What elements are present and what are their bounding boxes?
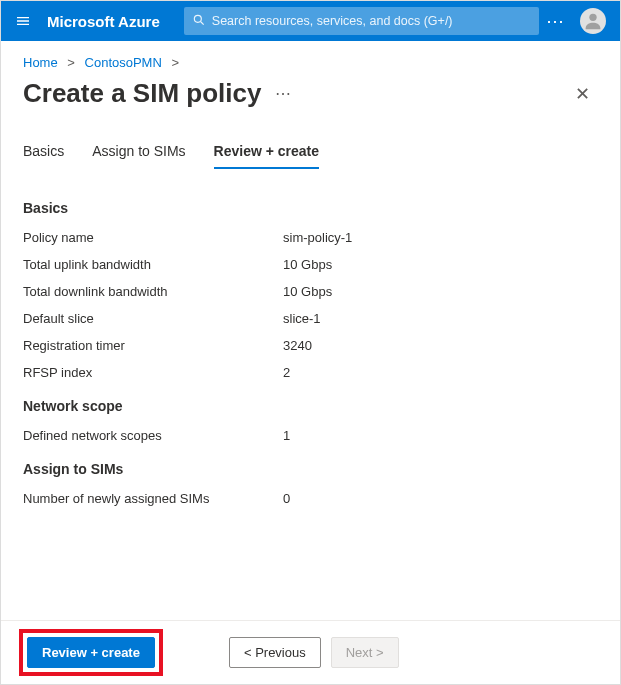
- search-icon: [192, 13, 206, 30]
- section-heading-assign: Assign to SIMs: [23, 461, 598, 477]
- row-scopes: Defined network scopes 1: [23, 428, 598, 443]
- breadcrumb-home[interactable]: Home: [23, 55, 58, 70]
- next-button: Next >: [331, 637, 399, 668]
- breadcrumb: Home > ContosoPMN >: [23, 55, 598, 70]
- hamburger-icon[interactable]: [9, 7, 37, 35]
- tab-basics[interactable]: Basics: [23, 137, 64, 169]
- row-policy-name: Policy name sim-policy-1: [23, 230, 598, 245]
- svg-line-1: [201, 21, 204, 24]
- svg-point-0: [194, 15, 201, 22]
- title-bar: Create a SIM policy ⋯ ✕: [23, 78, 598, 109]
- label-downlink: Total downlink bandwidth: [23, 284, 283, 299]
- search-input[interactable]: [212, 14, 531, 28]
- section-heading-basics: Basics: [23, 200, 598, 216]
- label-uplink: Total uplink bandwidth: [23, 257, 283, 272]
- value-policy-name: sim-policy-1: [283, 230, 352, 245]
- value-registration: 3240: [283, 338, 312, 353]
- label-rfsp: RFSP index: [23, 365, 283, 380]
- value-rfsp: 2: [283, 365, 290, 380]
- svg-point-2: [589, 14, 596, 21]
- label-policy-name: Policy name: [23, 230, 283, 245]
- more-icon[interactable]: ⋯: [546, 10, 566, 32]
- row-slice: Default slice slice-1: [23, 311, 598, 326]
- label-slice: Default slice: [23, 311, 283, 326]
- top-nav: Microsoft Azure ⋯: [1, 1, 620, 41]
- wizard-footer: Review + create < Previous Next >: [1, 620, 620, 684]
- chevron-right-icon: >: [171, 55, 179, 70]
- label-scopes: Defined network scopes: [23, 428, 283, 443]
- account-avatar[interactable]: [580, 8, 606, 34]
- wizard-tabs: Basics Assign to SIMs Review + create: [23, 137, 598, 170]
- global-search[interactable]: [184, 7, 539, 35]
- row-downlink: Total downlink bandwidth 10 Gbps: [23, 284, 598, 299]
- highlight-annotation: Review + create: [19, 629, 163, 676]
- close-icon[interactable]: ✕: [567, 79, 598, 109]
- row-rfsp: RFSP index 2: [23, 365, 598, 380]
- label-registration: Registration timer: [23, 338, 283, 353]
- tab-review[interactable]: Review + create: [214, 137, 319, 169]
- review-create-button[interactable]: Review + create: [27, 637, 155, 668]
- row-registration: Registration timer 3240: [23, 338, 598, 353]
- page-title: Create a SIM policy: [23, 78, 261, 109]
- row-uplink: Total uplink bandwidth 10 Gbps: [23, 257, 598, 272]
- row-assigned-count: Number of newly assigned SIMs 0: [23, 491, 598, 506]
- value-assigned-count: 0: [283, 491, 290, 506]
- brand-label[interactable]: Microsoft Azure: [47, 13, 160, 30]
- page-content: Home > ContosoPMN > Create a SIM policy …: [1, 41, 620, 622]
- value-downlink: 10 Gbps: [283, 284, 332, 299]
- value-scopes: 1: [283, 428, 290, 443]
- label-assigned-count: Number of newly assigned SIMs: [23, 491, 283, 506]
- tab-assign[interactable]: Assign to SIMs: [92, 137, 185, 169]
- chevron-right-icon: >: [67, 55, 75, 70]
- breadcrumb-item[interactable]: ContosoPMN: [85, 55, 162, 70]
- title-more-icon[interactable]: ⋯: [275, 84, 293, 103]
- section-heading-network: Network scope: [23, 398, 598, 414]
- previous-button[interactable]: < Previous: [229, 637, 321, 668]
- value-uplink: 10 Gbps: [283, 257, 332, 272]
- value-slice: slice-1: [283, 311, 321, 326]
